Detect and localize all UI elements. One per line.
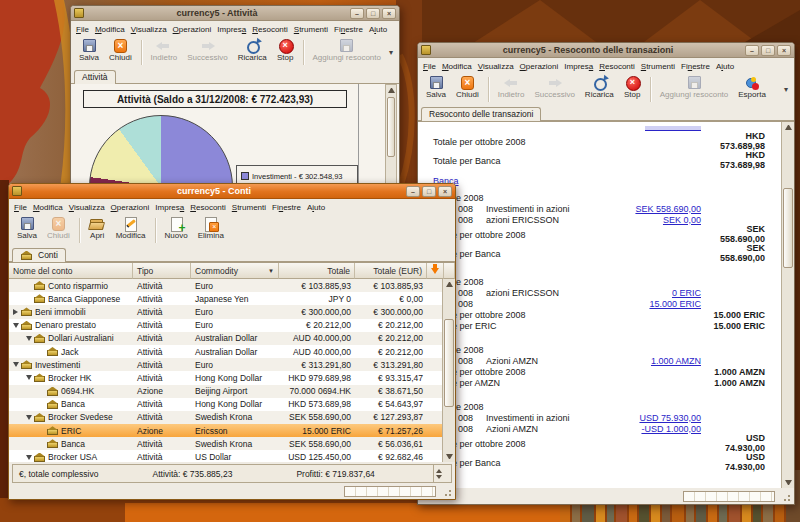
toolbar-button-salva[interactable]: Salva: [421, 75, 451, 104]
scrollbar-thumb[interactable]: [783, 188, 793, 269]
table-row[interactable]: Beni immobiliAttivitàEuro€ 300.000,00€ 3…: [9, 305, 455, 318]
menu-item-finestre[interactable]: Finestre: [269, 202, 304, 213]
table-row[interactable]: InvestimentiAttivitàEuro€ 313.291,80€ 31…: [9, 358, 455, 371]
table-row[interactable]: BancaAttivitàSwedish KronaSEK 558.690,00…: [9, 437, 455, 450]
scrollbar-thumb[interactable]: [387, 97, 395, 157]
toolbar-button-elimina[interactable]: Elimina: [193, 216, 229, 245]
table-row[interactable]: BancaAttivitàHong Kong DollarHKD 573.689…: [9, 398, 455, 411]
table-row[interactable]: Brocker HKAttivitàHong Kong DollarHKD 97…: [9, 371, 455, 384]
menu-item-modifica[interactable]: Modifica: [439, 61, 475, 72]
toolbar-button-nuovo[interactable]: Nuovo: [160, 216, 193, 245]
transaction-amount-link[interactable]: SEK 558.690,00: [635, 204, 701, 214]
expander-expanded-icon[interactable]: [24, 336, 33, 341]
toolbar-overflow-icon[interactable]: ▾: [781, 85, 791, 94]
spin-up-icon[interactable]: [436, 469, 442, 473]
menu-item-visualizza[interactable]: Visualizza: [475, 61, 517, 72]
tab-attivita[interactable]: Attività: [74, 70, 116, 84]
table-row[interactable]: Brocker SvedeseAttivitàSwedish KronaSEK …: [9, 411, 455, 424]
scroll-down-icon[interactable]: [446, 454, 453, 459]
column-header-totale-eur-[interactable]: Totale (EUR): [355, 263, 427, 279]
table-row[interactable]: ERICAzioneEricsson15.000 ERIC€ 71.257,26: [9, 424, 455, 437]
toolbar-button-ricarica[interactable]: Ricarica: [233, 38, 272, 67]
table-row[interactable]: JackAttivitàAustralian DollarAUD 40.000,…: [9, 345, 455, 358]
resize-grip[interactable]: [780, 491, 790, 501]
menu-item-strumenti[interactable]: Strumenti: [291, 24, 331, 35]
menu-item-impresa[interactable]: Impresa: [561, 61, 596, 72]
maximize-button[interactable]: □: [422, 186, 436, 197]
close-button[interactable]: ×: [382, 8, 396, 19]
partial-link[interactable]: [645, 126, 701, 131]
resize-grip[interactable]: [441, 486, 451, 496]
minimize-button[interactable]: –: [350, 8, 364, 19]
menu-item-strumenti[interactable]: Strumenti: [229, 202, 269, 213]
maximize-button[interactable]: □: [761, 45, 775, 56]
table-vertical-scrollbar[interactable]: [442, 279, 455, 462]
menu-item-modifica[interactable]: Modifica: [30, 202, 66, 213]
table-row[interactable]: Denaro prestatoAttivitàEuro€ 20.212,00€ …: [9, 319, 455, 332]
transaction-amount-link[interactable]: 1.000 AMZN: [651, 356, 701, 366]
menu-item-resoconti[interactable]: Resoconti: [596, 61, 638, 72]
scroll-down-icon[interactable]: [785, 480, 792, 485]
transaction-amount-link[interactable]: 15.000 ERIC: [649, 299, 701, 309]
toolbar-button-salva[interactable]: Salva: [12, 216, 42, 245]
titlebar[interactable]: currency5 - Conti – □ ×: [9, 184, 455, 199]
scrollbar-thumb[interactable]: [444, 319, 454, 407]
tab-conti[interactable]: Conti: [12, 248, 66, 262]
menu-item-finestre[interactable]: Finestre: [331, 24, 366, 35]
menu-item-aiuto[interactable]: Aiuto: [713, 61, 737, 72]
transaction-amount-link[interactable]: SEK 0,00: [663, 215, 701, 225]
titlebar[interactable]: currency5 - Attività – □ ×: [71, 6, 399, 21]
menu-item-impresa[interactable]: Impresa: [214, 24, 249, 35]
toolbar-button-chiudi[interactable]: Chiudi: [451, 75, 484, 104]
close-button[interactable]: ×: [438, 186, 452, 197]
table-row[interactable]: Banca GiapponeseAttivitàJapanese YenJPY …: [9, 292, 455, 305]
menu-item-impresa[interactable]: Impresa: [152, 202, 187, 213]
minimize-button[interactable]: –: [406, 186, 420, 197]
table-row[interactable]: Conto risparmioAttivitàEuro€ 103.885,93€…: [9, 279, 455, 292]
toolbar-button-chiudi[interactable]: Chiudi: [104, 38, 137, 67]
scroll-up-icon[interactable]: [446, 282, 453, 287]
toolbar-button-ricarica[interactable]: Ricarica: [580, 75, 619, 104]
menu-item-operazioni[interactable]: Operazioni: [170, 24, 215, 35]
status-spinner[interactable]: [433, 465, 445, 482]
tab-resoconto[interactable]: Resoconto delle transazioni: [421, 107, 541, 121]
expander-collapsed-icon[interactable]: [11, 309, 20, 315]
menu-item-resoconti[interactable]: Resoconti: [249, 24, 291, 35]
menu-item-file[interactable]: File: [11, 202, 30, 213]
scroll-up-icon[interactable]: [388, 88, 395, 93]
toolbar-button-apri[interactable]: Apri: [84, 216, 111, 245]
column-header-nome-del-conto[interactable]: Nome del conto: [9, 263, 133, 279]
toolbar-button-salva[interactable]: Salva: [74, 38, 104, 67]
menu-item-visualizza[interactable]: Visualizza: [128, 24, 170, 35]
menu-item-visualizza[interactable]: Visualizza: [66, 202, 108, 213]
column-header-commodity[interactable]: Commodity▼: [191, 263, 279, 279]
column-header-tipo[interactable]: Tipo: [133, 263, 191, 279]
column-header-totale[interactable]: Totale: [279, 263, 355, 279]
menu-item-aiuto[interactable]: Aiuto: [304, 202, 328, 213]
menu-item-modifica[interactable]: Modifica: [92, 24, 128, 35]
minimize-button[interactable]: –: [745, 45, 759, 56]
transaction-amount-link[interactable]: 0 ERIC: [672, 288, 701, 298]
toolbar-button-modifica[interactable]: Modifica: [111, 216, 151, 245]
menu-item-operazioni[interactable]: Operazioni: [108, 202, 153, 213]
menu-item-resoconti[interactable]: Resoconti: [187, 202, 229, 213]
toolbar-button-stop[interactable]: Stop: [619, 75, 646, 104]
expander-expanded-icon[interactable]: [24, 415, 33, 420]
column-header-sort[interactable]: [427, 263, 444, 279]
toolbar-button-esporta[interactable]: Esporta: [733, 75, 771, 104]
menu-item-strumenti[interactable]: Strumenti: [638, 61, 678, 72]
menu-item-aiuto[interactable]: Aiuto: [366, 24, 390, 35]
toolbar-overflow-icon[interactable]: ▾: [386, 48, 396, 57]
transaction-amount-link[interactable]: -USD 1.000,00: [641, 424, 701, 434]
spin-down-icon[interactable]: [436, 475, 442, 479]
close-button[interactable]: ×: [777, 45, 791, 56]
table-row[interactable]: Dollari AustralianiAttivitàAustralian Do…: [9, 332, 455, 345]
transaction-amount-link[interactable]: USD 75.930,00: [639, 413, 701, 423]
table-row[interactable]: Brocker USAAttivitàUS DollarUSD 125.450,…: [9, 450, 455, 462]
menu-item-file[interactable]: File: [420, 61, 439, 72]
menu-item-operazioni[interactable]: Operazioni: [517, 61, 562, 72]
expander-expanded-icon[interactable]: [24, 375, 33, 380]
report-vertical-scrollbar[interactable]: [781, 122, 794, 488]
toolbar-button-stop[interactable]: Stop: [272, 38, 299, 67]
menu-item-file[interactable]: File: [73, 24, 92, 35]
